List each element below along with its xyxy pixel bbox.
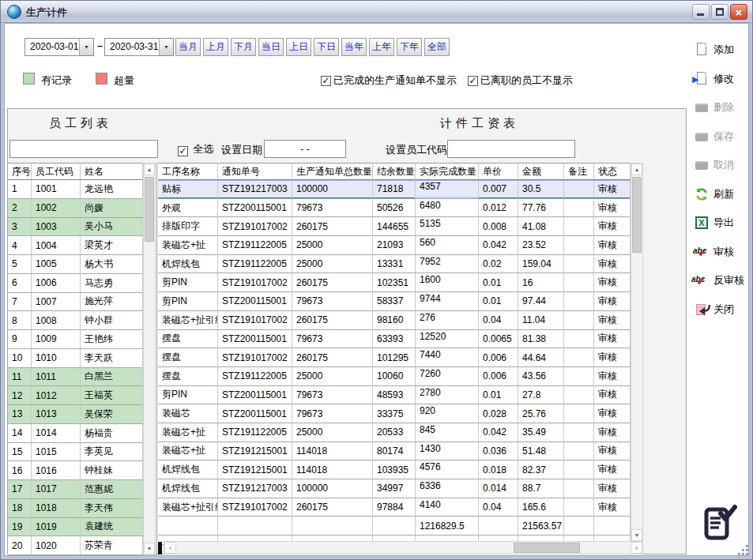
employee-row[interactable]: 61006马志勇 [8,274,143,293]
app-globe-icon [7,5,21,19]
range-button-7[interactable]: 上年 [369,38,394,56]
date-from-combobox[interactable]: 2020-03-01 ▼ [24,38,94,56]
table-cell: 100000 [292,180,373,199]
employee-row[interactable]: 31003吴小马 [8,218,143,237]
table-cell: 审核 [594,236,631,255]
range-button-1[interactable]: 上月 [203,38,228,56]
chevron-down-icon[interactable]: ▼ [79,39,93,55]
table-cell: 机焊线包 [158,479,218,498]
set-date-input[interactable] [264,140,346,158]
table-cell: 1010 [32,349,81,368]
piecework-row[interactable]: 装磁芯+扯STZ19112200525000210935600.04223.52… [158,236,631,255]
piecework-row[interactable]: 贴标STZ1912170031000007181843570.00730.5审核 [158,180,631,199]
sidebar-button-label: 修改 [713,72,734,86]
piecework-row[interactable]: 外观STZ200115001796735052664800.01277.76审核 [158,199,631,218]
range-button-9[interactable]: 全部 [424,38,450,56]
table-cell: STZ191122005 [218,367,292,386]
employee-row[interactable]: 11001龙远艳 [8,180,143,199]
minimize-button[interactable] [692,4,710,20]
scroll-up-icon[interactable]: ▲ [144,163,155,175]
audit-button[interactable]: abc✔审核 [695,238,751,267]
resize-grip[interactable] [738,545,748,555]
employee-row[interactable]: 71007施光萍 [8,293,143,312]
modify-button[interactable]: ▶修改 [695,65,751,94]
table-cell: 88.7 [518,479,564,498]
range-button-4[interactable]: 上日 [286,38,311,56]
table-cell: 79673 [292,199,373,218]
table-cell: 7440 [416,348,479,367]
range-button-5[interactable]: 下日 [314,38,339,56]
scroll-down-icon[interactable]: ▼ [144,543,155,554]
piecework-row[interactable]: 排版印字STZ19101700226017514465551350.00841.… [158,217,631,236]
add-button[interactable]: 添加 [695,36,751,65]
close-button[interactable]: 关闭 [695,295,751,325]
piecework-row[interactable]: 摆盘STZ191122005250001006072600.00643.56审核 [158,367,631,386]
chevron-down-icon[interactable]: ▼ [159,39,173,55]
table-cell: 100000 [292,479,373,498]
piecework-row[interactable]: 剪PINSTZ200115001796734859327800.0127.8审核 [158,386,631,405]
maximize-button[interactable] [711,4,729,20]
close-button[interactable]: × [730,4,747,20]
piecework-row[interactable]: 摆盘STZ2001150017967363393125200.006581.38… [158,330,631,349]
employee-row[interactable]: 191019袁建统 [8,518,143,537]
range-button-8[interactable]: 下年 [397,38,422,56]
scrollbar-thumb[interactable] [632,177,642,253]
piecework-table-scrollbar[interactable]: ▲ ▼ [631,163,643,542]
employee-row[interactable]: 41004梁英才 [8,236,143,255]
employee-row[interactable]: 101010李天跃 [8,349,143,368]
employee-row[interactable]: 181018李天伟 [8,499,143,518]
export-button[interactable]: X导出 [695,209,751,238]
scroll-right-icon[interactable]: › [631,542,642,554]
table-cell: 李天伟 [81,499,143,518]
save-icon [695,130,710,144]
piecework-row[interactable]: 机焊线包STZ191122005250001333179520.02159.04… [158,255,631,274]
filter-checkbox-0[interactable]: ✓已完成的生产通知单不显示 [321,73,457,88]
set-employee-code-input[interactable] [447,140,575,158]
employee-row[interactable]: 111011白黑兰 [8,368,143,387]
employee-row[interactable]: 201020苏荣青 [8,536,143,555]
range-button-6[interactable]: 当年 [341,38,367,56]
employee-row[interactable]: 171017范惠妮 [8,480,143,499]
piecework-row[interactable]: 装磁芯+扯引线STZ1910170022601759788441400.0416… [158,498,631,517]
table-cell: 0.02 [479,255,518,274]
scrollbar-thumb[interactable] [514,543,581,553]
scroll-down-icon[interactable]: ▼ [631,529,642,541]
employee-row[interactable]: 21002尚媛 [8,199,143,218]
unaudit-button[interactable]: abc✔反审核 [695,266,751,295]
piecework-row[interactable]: 机焊线包STZ1912170031000003499763360.01488.7… [158,479,631,498]
select-all-label: 全选 [193,143,213,155]
scroll-left-icon[interactable]: ‹ [164,542,176,554]
employee-row[interactable]: 141014杨福贵 [8,424,143,443]
piecework-row[interactable]: 装磁芯+扯STZ19112200525000205338450.04235.49… [158,423,631,442]
piecework-row[interactable]: 剪PINSTZ19101700226017510235116000.0116审核 [158,273,631,292]
piecework-row[interactable]: 机焊线包STZ19121500111401810393545760.01882.… [158,460,631,479]
piecework-row[interactable]: 装磁芯+扯STZ1912150011140188017414300.03651.… [158,442,631,461]
range-button-3[interactable]: 当日 [258,38,284,56]
employee-row[interactable]: 131013吴保荣 [8,405,143,424]
scroll-up-icon[interactable]: ▲ [631,163,642,175]
employee-row[interactable]: 81008钟小群 [8,311,143,330]
employee-search-input[interactable] [9,140,158,158]
piecework-row[interactable]: 装磁芯STZ20011500179673333759200.02825.76审核 [158,404,631,423]
employee-row[interactable]: 121012王福英 [8,386,143,405]
piecework-horizontal-scrollbar[interactable]: ‹ › [164,541,643,554]
select-all-checkbox[interactable]: ✓ 全选 [178,142,213,156]
refresh-button[interactable]: 刷新 [695,180,751,209]
employee-row[interactable]: 91009王艳纬 [8,330,143,349]
employee-row[interactable]: 51005杨大书 [8,255,143,274]
range-button-0[interactable]: 当月 [175,38,201,56]
employee-row[interactable]: 161016钟桂妹 [8,461,143,480]
piecework-row[interactable]: 装磁芯+扯引线STZ191017002260175981602760.0411.… [158,311,631,330]
employee-row[interactable]: 151015李英见 [8,443,143,462]
piecework-row[interactable]: 剪PINSTZ200115001796735833797440.0197.44审… [158,292,631,311]
employee-table-scrollbar[interactable]: ▲ ▼ [143,163,156,555]
table-cell: 尚媛 [81,199,143,218]
title-bar[interactable]: 生产计件 × [1,1,752,23]
filter-checkbox-1[interactable]: ✓已离职的员工不显示 [468,73,573,88]
piecework-row[interactable]: 摆盘STZ19101700226017510129574400.00644.64… [158,348,631,367]
grid-splitter[interactable] [158,542,162,554]
date-to-combobox[interactable]: 2020-03-31 ▼ [104,38,174,56]
scrollbar-thumb[interactable] [145,177,154,242]
range-button-2[interactable]: 下月 [231,38,256,56]
table-cell: 4357 [416,180,479,199]
